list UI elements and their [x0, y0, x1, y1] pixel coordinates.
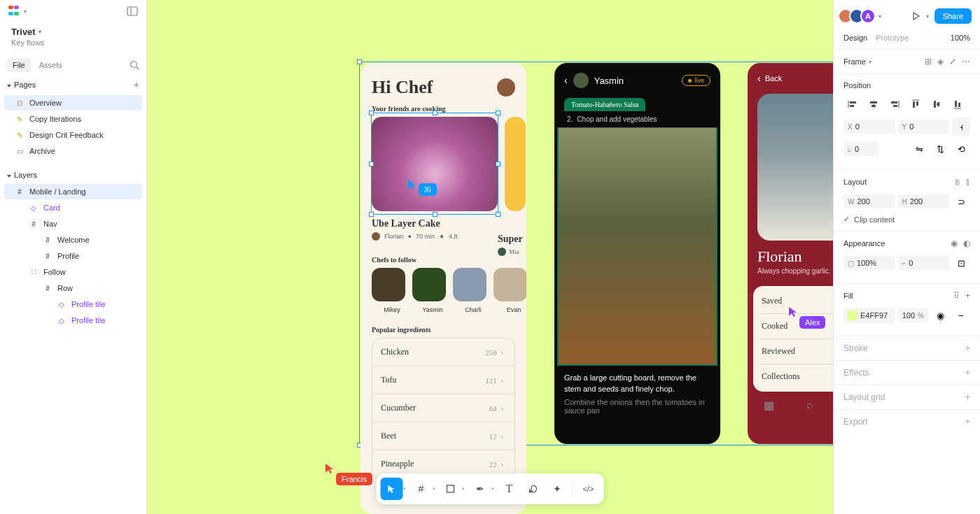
- alignment-icon[interactable]: ⊞: [925, 57, 932, 66]
- resize-icon[interactable]: ⤢: [949, 57, 956, 66]
- x-input[interactable]: X0: [844, 120, 895, 134]
- flip-v-icon[interactable]: ⇅: [931, 140, 949, 158]
- tool-actions[interactable]: ✦: [546, 478, 568, 500]
- autolayout-v-icon[interactable]: ⫿: [966, 177, 970, 187]
- chevron-down-icon[interactable]: ▾: [878, 13, 881, 20]
- clip-check[interactable]: ✓: [844, 215, 850, 224]
- page-item[interactable]: ✎Design Crit Feedback: [4, 127, 142, 143]
- absolute-position-icon[interactable]: ⫞: [952, 117, 970, 136]
- project-name[interactable]: Trivet ▾: [0, 22, 146, 38]
- add-export-icon[interactable]: +: [965, 417, 970, 427]
- collaborator-avatar[interactable]: A: [860, 8, 876, 24]
- align-top[interactable]: [906, 95, 925, 113]
- layer-item[interactable]: ⸬Follow: [4, 264, 142, 280]
- fill-opacity-input[interactable]: 100%: [898, 308, 928, 322]
- layer-item[interactable]: ◇Profile tile: [4, 297, 142, 312]
- zoom-value[interactable]: 100%: [951, 34, 970, 42]
- page-icon: ✎: [15, 131, 24, 139]
- back-link[interactable]: ‹Back: [748, 63, 833, 94]
- svg-rect-16: [916, 101, 918, 106]
- frame-label[interactable]: Frame: [844, 57, 866, 66]
- chevron-down-icon[interactable]: ▾: [24, 8, 27, 15]
- export-label: Export: [844, 417, 868, 427]
- play-icon[interactable]: [912, 12, 920, 20]
- component-icon[interactable]: ◈: [937, 57, 944, 66]
- styles-icon[interactable]: ⠿: [953, 291, 960, 301]
- add-grid-icon[interactable]: +: [965, 392, 970, 402]
- layer-item[interactable]: ◇Card: [4, 200, 142, 215]
- svg-rect-0: [127, 7, 137, 15]
- corners-icon[interactable]: ⊡: [952, 254, 970, 272]
- layer-item[interactable]: #Profile: [4, 248, 142, 264]
- constrain-icon[interactable]: ⊃: [952, 192, 970, 210]
- autolayout-h-icon[interactable]: ⫼: [953, 177, 962, 187]
- more-icon[interactable]: ⋯: [962, 57, 970, 66]
- avatar: [497, 78, 515, 97]
- ingredient-row[interactable]: Cucumber64 ›: [372, 394, 514, 422]
- tab-design[interactable]: Design: [844, 34, 867, 42]
- tool-comment[interactable]: [522, 478, 545, 500]
- layer-item[interactable]: #Welcome: [4, 232, 142, 248]
- page-item[interactable]: ⊡Overview: [4, 95, 142, 110]
- tab-pantry-icon[interactable]: ▦: [764, 399, 774, 412]
- height-input[interactable]: H200: [898, 194, 950, 208]
- tab-prototype[interactable]: Prototype: [876, 34, 909, 42]
- align-left[interactable]: [844, 95, 862, 113]
- ingredient-row[interactable]: Tofu121 ›: [372, 366, 514, 394]
- add-page-icon[interactable]: +: [134, 79, 139, 90]
- page-item[interactable]: ✎Copy Iterations: [4, 111, 142, 127]
- add-effect-icon[interactable]: +: [965, 368, 970, 378]
- tool-move[interactable]: [381, 478, 403, 500]
- opacity-input[interactable]: ▢100%: [844, 256, 895, 270]
- layer-item[interactable]: #Mobile / Landing: [4, 184, 142, 199]
- chevron-down-icon[interactable]: ▾: [403, 486, 406, 492]
- pages-header[interactable]: Pages +: [0, 75, 146, 94]
- ingredient-row[interactable]: Beet12 ›: [372, 422, 514, 450]
- tab-assets[interactable]: Assets: [34, 58, 68, 72]
- y-input[interactable]: Y0: [898, 120, 950, 134]
- back-icon[interactable]: ‹: [564, 75, 568, 86]
- canvas[interactable]: Hi Chef Your friends are cooking U: [147, 0, 833, 514]
- chevron-down-icon[interactable]: ▾: [926, 13, 929, 20]
- svg-rect-21: [955, 101, 957, 107]
- stat-row[interactable]: Collections2 ›: [760, 364, 833, 389]
- align-hcenter[interactable]: [864, 95, 883, 113]
- ingredient-row[interactable]: Chicken256 ›: [372, 338, 514, 366]
- share-button[interactable]: Share: [934, 8, 972, 24]
- remove-fill-icon[interactable]: −: [952, 306, 970, 324]
- tab-file[interactable]: File: [7, 58, 31, 72]
- layer-item[interactable]: #Nav: [4, 216, 142, 231]
- fill-color-input[interactable]: E4FF97: [844, 308, 895, 323]
- blend-icon[interactable]: ◐: [963, 238, 970, 248]
- profile-photo: [757, 94, 833, 241]
- add-fill-icon[interactable]: +: [965, 291, 970, 301]
- corner-input[interactable]: ⌐0: [898, 256, 950, 270]
- tool-dev-mode[interactable]: </>: [578, 478, 600, 500]
- chevron-down-icon[interactable]: ▾: [462, 486, 465, 492]
- search-icon[interactable]: [130, 60, 139, 70]
- visibility-icon[interactable]: ◉: [931, 306, 949, 324]
- align-vcenter[interactable]: [927, 95, 946, 113]
- layer-item[interactable]: #Row: [4, 280, 142, 296]
- visibility-icon[interactable]: ◉: [951, 238, 958, 248]
- width-input[interactable]: W200: [844, 194, 895, 208]
- tool-pen[interactable]: ✒: [469, 478, 491, 500]
- rotate-icon[interactable]: ⟲: [952, 140, 970, 158]
- sidebar-toggle-icon[interactable]: [127, 6, 138, 17]
- tool-shape[interactable]: [440, 478, 462, 500]
- tool-frame[interactable]: #: [410, 478, 433, 500]
- page-item[interactable]: ▭Archive: [4, 143, 142, 159]
- tab-search-icon[interactable]: ⌕: [806, 399, 813, 412]
- tool-text[interactable]: T: [498, 478, 521, 500]
- chevron-down-icon[interactable]: ▾: [433, 486, 435, 492]
- chevron-down-icon[interactable]: ▾: [491, 486, 494, 492]
- rotation-input[interactable]: ⟀0: [844, 142, 878, 156]
- flip-h-icon[interactable]: ⇋: [910, 140, 928, 158]
- add-stroke-icon[interactable]: +: [965, 343, 970, 353]
- stat-row[interactable]: Reviewed12 ›: [760, 339, 833, 364]
- align-bottom[interactable]: [948, 95, 967, 113]
- figma-logo-icon[interactable]: [8, 6, 20, 17]
- align-right[interactable]: [886, 95, 904, 113]
- layer-item[interactable]: ◇Profile tile: [4, 313, 142, 328]
- layers-header[interactable]: Layers: [0, 166, 146, 183]
